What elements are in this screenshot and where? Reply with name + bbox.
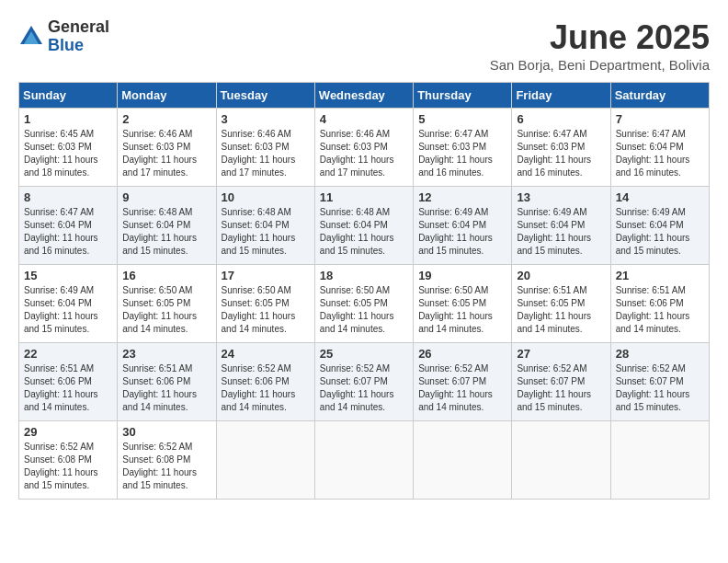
day-number: 23 (122, 347, 210, 361)
day-info: Sunrise: 6:50 AM Sunset: 6:05 PM Dayligh… (222, 284, 310, 336)
calendar-cell: 30Sunrise: 6:52 AM Sunset: 6:08 PM Dayli… (118, 421, 216, 500)
day-number: 14 (616, 190, 704, 204)
page-header: General Blue June 2025 San Borja, Beni D… (18, 18, 710, 73)
calendar-cell: 15Sunrise: 6:49 AM Sunset: 6:04 PM Dayli… (19, 265, 118, 343)
day-info: Sunrise: 6:45 AM Sunset: 6:03 PM Dayligh… (24, 128, 112, 179)
day-number: 25 (320, 347, 408, 361)
logo-general: General (48, 18, 109, 37)
day-number: 24 (222, 347, 310, 361)
calendar-cell: 21Sunrise: 6:51 AM Sunset: 6:06 PM Dayli… (610, 265, 709, 343)
day-number: 18 (320, 269, 408, 282)
day-number: 7 (616, 112, 704, 126)
header-saturday: Saturday (610, 83, 709, 109)
calendar-cell: 16Sunrise: 6:50 AM Sunset: 6:05 PM Dayli… (118, 265, 216, 343)
header-sunday: Sunday (19, 83, 118, 109)
day-info: Sunrise: 6:52 AM Sunset: 6:07 PM Dayligh… (320, 362, 408, 414)
calendar-cell (610, 421, 709, 500)
calendar-cell: 12Sunrise: 6:49 AM Sunset: 6:04 PM Dayli… (414, 187, 512, 265)
day-info: Sunrise: 6:46 AM Sunset: 6:03 PM Dayligh… (320, 128, 408, 179)
day-info: Sunrise: 6:50 AM Sunset: 6:05 PM Dayligh… (320, 284, 408, 336)
calendar-cell: 18Sunrise: 6:50 AM Sunset: 6:05 PM Dayli… (314, 265, 413, 343)
day-info: Sunrise: 6:49 AM Sunset: 6:04 PM Dayligh… (418, 206, 506, 258)
day-info: Sunrise: 6:49 AM Sunset: 6:04 PM Dayligh… (24, 284, 112, 336)
calendar-week-row: 1Sunrise: 6:45 AM Sunset: 6:03 PM Daylig… (19, 109, 710, 187)
calendar-cell: 4Sunrise: 6:46 AM Sunset: 6:03 PM Daylig… (314, 109, 413, 187)
header-monday: Monday (118, 83, 216, 109)
day-info: Sunrise: 6:47 AM Sunset: 6:03 PM Dayligh… (517, 128, 605, 179)
day-number: 28 (616, 347, 704, 361)
calendar-cell: 2Sunrise: 6:46 AM Sunset: 6:03 PM Daylig… (118, 109, 216, 187)
day-number: 10 (222, 190, 310, 204)
day-info: Sunrise: 6:52 AM Sunset: 6:07 PM Dayligh… (418, 362, 506, 414)
day-number: 29 (24, 425, 112, 439)
day-info: Sunrise: 6:51 AM Sunset: 6:06 PM Dayligh… (122, 362, 210, 414)
calendar-cell: 14Sunrise: 6:49 AM Sunset: 6:04 PM Dayli… (610, 187, 709, 265)
day-info: Sunrise: 6:50 AM Sunset: 6:05 PM Dayligh… (418, 284, 506, 336)
calendar-cell: 3Sunrise: 6:46 AM Sunset: 6:03 PM Daylig… (216, 109, 314, 187)
day-number: 27 (517, 347, 605, 361)
calendar-cell: 7Sunrise: 6:47 AM Sunset: 6:04 PM Daylig… (610, 109, 709, 187)
day-number: 16 (122, 269, 210, 282)
day-info: Sunrise: 6:52 AM Sunset: 6:08 PM Dayligh… (122, 441, 210, 492)
day-number: 20 (517, 269, 605, 282)
calendar-table: SundayMondayTuesdayWednesdayThursdayFrid… (18, 82, 710, 500)
calendar-cell: 22Sunrise: 6:51 AM Sunset: 6:06 PM Dayli… (19, 343, 118, 421)
calendar-cell (414, 421, 512, 500)
calendar-cell (314, 421, 413, 500)
calendar-week-row: 22Sunrise: 6:51 AM Sunset: 6:06 PM Dayli… (19, 343, 710, 421)
month-title: June 2025 (490, 18, 710, 57)
calendar-cell: 24Sunrise: 6:52 AM Sunset: 6:06 PM Dayli… (216, 343, 314, 421)
day-number: 4 (320, 112, 408, 126)
calendar-cell: 1Sunrise: 6:45 AM Sunset: 6:03 PM Daylig… (19, 109, 118, 187)
calendar-cell: 19Sunrise: 6:50 AM Sunset: 6:05 PM Dayli… (414, 265, 512, 343)
header-tuesday: Tuesday (216, 83, 314, 109)
day-info: Sunrise: 6:48 AM Sunset: 6:04 PM Dayligh… (122, 206, 210, 258)
day-info: Sunrise: 6:49 AM Sunset: 6:04 PM Dayligh… (616, 206, 704, 258)
day-info: Sunrise: 6:48 AM Sunset: 6:04 PM Dayligh… (320, 206, 408, 258)
calendar-cell: 5Sunrise: 6:47 AM Sunset: 6:03 PM Daylig… (414, 109, 512, 187)
day-info: Sunrise: 6:46 AM Sunset: 6:03 PM Dayligh… (122, 128, 210, 179)
day-info: Sunrise: 6:52 AM Sunset: 6:07 PM Dayligh… (517, 362, 605, 414)
day-info: Sunrise: 6:51 AM Sunset: 6:06 PM Dayligh… (616, 284, 704, 336)
day-info: Sunrise: 6:49 AM Sunset: 6:04 PM Dayligh… (517, 206, 605, 258)
header-thursday: Thursday (414, 83, 512, 109)
logo-icon (18, 24, 44, 50)
day-info: Sunrise: 6:51 AM Sunset: 6:06 PM Dayligh… (24, 362, 112, 414)
day-number: 8 (24, 190, 112, 204)
calendar-week-row: 8Sunrise: 6:47 AM Sunset: 6:04 PM Daylig… (19, 187, 710, 265)
day-info: Sunrise: 6:47 AM Sunset: 6:04 PM Dayligh… (24, 206, 112, 258)
day-info: Sunrise: 6:47 AM Sunset: 6:03 PM Dayligh… (418, 128, 506, 179)
calendar-cell: 9Sunrise: 6:48 AM Sunset: 6:04 PM Daylig… (118, 187, 216, 265)
day-info: Sunrise: 6:52 AM Sunset: 6:08 PM Dayligh… (24, 441, 112, 492)
calendar-header-row: SundayMondayTuesdayWednesdayThursdayFrid… (19, 83, 710, 109)
calendar-cell (512, 421, 610, 500)
header-wednesday: Wednesday (314, 83, 413, 109)
day-number: 26 (418, 347, 506, 361)
calendar-cell (216, 421, 314, 500)
calendar-cell: 10Sunrise: 6:48 AM Sunset: 6:04 PM Dayli… (216, 187, 314, 265)
day-info: Sunrise: 6:52 AM Sunset: 6:07 PM Dayligh… (616, 362, 704, 414)
calendar-cell: 17Sunrise: 6:50 AM Sunset: 6:05 PM Dayli… (216, 265, 314, 343)
day-info: Sunrise: 6:46 AM Sunset: 6:03 PM Dayligh… (222, 128, 310, 179)
day-number: 11 (320, 190, 408, 204)
calendar-cell: 11Sunrise: 6:48 AM Sunset: 6:04 PM Dayli… (314, 187, 413, 265)
day-number: 12 (418, 190, 506, 204)
header-friday: Friday (512, 83, 610, 109)
location-subtitle: San Borja, Beni Department, Bolivia (490, 57, 710, 73)
day-number: 30 (122, 425, 210, 439)
day-info: Sunrise: 6:50 AM Sunset: 6:05 PM Dayligh… (122, 284, 210, 336)
calendar-week-row: 29Sunrise: 6:52 AM Sunset: 6:08 PM Dayli… (19, 421, 710, 500)
logo-blue: Blue (48, 37, 109, 55)
calendar-week-row: 15Sunrise: 6:49 AM Sunset: 6:04 PM Dayli… (19, 265, 710, 343)
calendar-cell: 29Sunrise: 6:52 AM Sunset: 6:08 PM Dayli… (19, 421, 118, 500)
calendar-cell: 13Sunrise: 6:49 AM Sunset: 6:04 PM Dayli… (512, 187, 610, 265)
logo: General Blue (18, 18, 109, 55)
day-number: 13 (517, 190, 605, 204)
day-number: 1 (24, 112, 112, 126)
day-number: 19 (418, 269, 506, 282)
calendar-cell: 6Sunrise: 6:47 AM Sunset: 6:03 PM Daylig… (512, 109, 610, 187)
day-info: Sunrise: 6:48 AM Sunset: 6:04 PM Dayligh… (222, 206, 310, 258)
day-number: 17 (222, 269, 310, 282)
calendar-cell: 23Sunrise: 6:51 AM Sunset: 6:06 PM Dayli… (118, 343, 216, 421)
calendar-cell: 28Sunrise: 6:52 AM Sunset: 6:07 PM Dayli… (610, 343, 709, 421)
